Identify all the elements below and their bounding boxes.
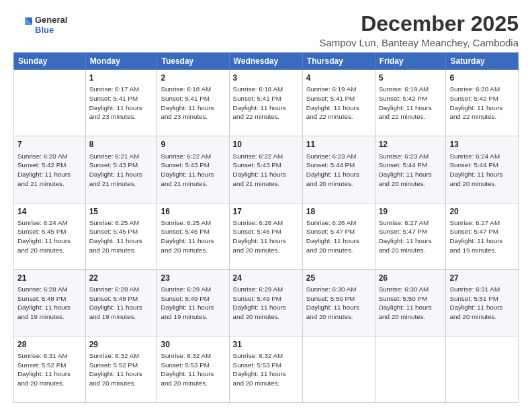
calendar-cell (14, 70, 86, 136)
day-info: Sunrise: 6:27 AM Sunset: 5:47 PM Dayligh… (449, 218, 515, 255)
calendar-cell (375, 336, 446, 402)
page: General Blue December 2025 Sampov Lun, B… (0, 0, 532, 411)
day-number: 21 (17, 273, 82, 283)
day-info: Sunrise: 6:19 AM Sunset: 5:41 PM Dayligh… (306, 85, 371, 122)
day-number: 3 (233, 73, 299, 83)
calendar-cell: 31Sunrise: 6:32 AM Sunset: 5:53 PM Dayli… (229, 336, 302, 402)
calendar-cell: 15Sunrise: 6:25 AM Sunset: 5:45 PM Dayli… (85, 203, 157, 269)
day-number: 20 (449, 206, 515, 217)
calendar-cell: 17Sunrise: 6:26 AM Sunset: 5:46 PM Dayli… (229, 203, 302, 269)
day-number: 13 (449, 139, 515, 150)
day-info: Sunrise: 6:24 AM Sunset: 5:45 PM Dayligh… (17, 218, 82, 255)
col-header-tuesday: Tuesday (157, 53, 229, 70)
title-block: December 2025 Sampov Lun, Banteay Meanch… (319, 12, 519, 48)
day-info: Sunrise: 6:18 AM Sunset: 5:41 PM Dayligh… (161, 85, 225, 122)
calendar-cell: 6Sunrise: 6:20 AM Sunset: 5:42 PM Daylig… (446, 70, 519, 136)
day-info: Sunrise: 6:28 AM Sunset: 5:48 PM Dayligh… (17, 285, 82, 322)
day-number: 7 (17, 139, 82, 150)
day-number: 28 (17, 339, 82, 350)
day-number: 30 (161, 339, 225, 350)
day-info: Sunrise: 6:19 AM Sunset: 5:42 PM Dayligh… (379, 85, 443, 122)
day-info: Sunrise: 6:30 AM Sunset: 5:50 PM Dayligh… (379, 285, 443, 322)
calendar-cell: 9Sunrise: 6:22 AM Sunset: 5:43 PM Daylig… (157, 136, 229, 203)
day-number: 12 (379, 139, 443, 150)
day-info: Sunrise: 6:22 AM Sunset: 5:43 PM Dayligh… (161, 152, 225, 189)
calendar-cell: 13Sunrise: 6:24 AM Sunset: 5:44 PM Dayli… (446, 136, 519, 203)
day-info: Sunrise: 6:26 AM Sunset: 5:47 PM Dayligh… (306, 218, 371, 255)
calendar-cell: 28Sunrise: 6:31 AM Sunset: 5:52 PM Dayli… (14, 336, 86, 402)
day-info: Sunrise: 6:17 AM Sunset: 5:41 PM Dayligh… (89, 85, 154, 122)
calendar-cell: 20Sunrise: 6:27 AM Sunset: 5:47 PM Dayli… (446, 203, 519, 269)
day-number: 4 (306, 73, 371, 83)
calendar-cell: 1Sunrise: 6:17 AM Sunset: 5:41 PM Daylig… (85, 70, 157, 136)
day-info: Sunrise: 6:25 AM Sunset: 5:46 PM Dayligh… (161, 218, 225, 255)
calendar-cell (302, 336, 375, 402)
day-number: 16 (161, 206, 225, 217)
day-number: 25 (306, 273, 371, 283)
logo: General Blue (13, 15, 67, 35)
day-info: Sunrise: 6:26 AM Sunset: 5:46 PM Dayligh… (233, 218, 299, 255)
day-number: 23 (161, 273, 225, 283)
day-info: Sunrise: 6:23 AM Sunset: 5:44 PM Dayligh… (379, 152, 443, 189)
calendar-week-4: 21Sunrise: 6:28 AM Sunset: 5:48 PM Dayli… (14, 269, 519, 336)
day-info: Sunrise: 6:25 AM Sunset: 5:45 PM Dayligh… (89, 218, 154, 255)
day-number: 2 (161, 73, 225, 83)
day-number: 9 (161, 139, 225, 150)
day-number: 5 (379, 73, 443, 83)
calendar-cell: 12Sunrise: 6:23 AM Sunset: 5:44 PM Dayli… (375, 136, 446, 203)
day-info: Sunrise: 6:28 AM Sunset: 5:48 PM Dayligh… (89, 285, 154, 322)
day-info: Sunrise: 6:27 AM Sunset: 5:47 PM Dayligh… (379, 218, 443, 255)
day-number: 27 (449, 273, 515, 283)
calendar-cell: 3Sunrise: 6:18 AM Sunset: 5:41 PM Daylig… (229, 70, 302, 136)
calendar-week-3: 14Sunrise: 6:24 AM Sunset: 5:45 PM Dayli… (14, 203, 519, 269)
day-info: Sunrise: 6:20 AM Sunset: 5:42 PM Dayligh… (17, 152, 82, 189)
calendar-cell: 5Sunrise: 6:19 AM Sunset: 5:42 PM Daylig… (375, 70, 446, 136)
calendar-cell: 2Sunrise: 6:18 AM Sunset: 5:41 PM Daylig… (157, 70, 229, 136)
calendar-cell: 4Sunrise: 6:19 AM Sunset: 5:41 PM Daylig… (302, 70, 375, 136)
day-number: 31 (233, 339, 299, 350)
main-title: December 2025 (319, 12, 519, 36)
calendar-week-5: 28Sunrise: 6:31 AM Sunset: 5:52 PM Dayli… (14, 336, 519, 402)
day-info: Sunrise: 6:32 AM Sunset: 5:52 PM Dayligh… (89, 351, 154, 388)
day-number: 22 (89, 273, 154, 283)
calendar-header-row: SundayMondayTuesdayWednesdayThursdayFrid… (14, 53, 519, 70)
logo-text: General Blue (35, 15, 67, 35)
day-info: Sunrise: 6:18 AM Sunset: 5:41 PM Dayligh… (233, 85, 299, 122)
day-info: Sunrise: 6:29 AM Sunset: 5:49 PM Dayligh… (233, 285, 299, 322)
day-info: Sunrise: 6:24 AM Sunset: 5:44 PM Dayligh… (449, 152, 515, 189)
calendar-cell: 23Sunrise: 6:29 AM Sunset: 5:49 PM Dayli… (157, 269, 229, 336)
col-header-monday: Monday (85, 53, 157, 70)
day-number: 24 (233, 273, 299, 283)
calendar-cell: 14Sunrise: 6:24 AM Sunset: 5:45 PM Dayli… (14, 203, 86, 269)
day-info: Sunrise: 6:30 AM Sunset: 5:50 PM Dayligh… (306, 285, 371, 322)
calendar-cell: 21Sunrise: 6:28 AM Sunset: 5:48 PM Dayli… (14, 269, 86, 336)
calendar-cell: 18Sunrise: 6:26 AM Sunset: 5:47 PM Dayli… (302, 203, 375, 269)
day-info: Sunrise: 6:20 AM Sunset: 5:42 PM Dayligh… (449, 85, 515, 122)
calendar-week-1: 1Sunrise: 6:17 AM Sunset: 5:41 PM Daylig… (14, 70, 519, 136)
day-number: 11 (306, 139, 371, 150)
calendar-cell: 30Sunrise: 6:32 AM Sunset: 5:53 PM Dayli… (157, 336, 229, 402)
col-header-friday: Friday (375, 53, 446, 70)
calendar-cell: 26Sunrise: 6:30 AM Sunset: 5:50 PM Dayli… (375, 269, 446, 336)
day-number: 10 (233, 139, 299, 150)
calendar-cell: 7Sunrise: 6:20 AM Sunset: 5:42 PM Daylig… (14, 136, 86, 203)
day-info: Sunrise: 6:31 AM Sunset: 5:51 PM Dayligh… (449, 285, 515, 322)
day-info: Sunrise: 6:21 AM Sunset: 5:43 PM Dayligh… (89, 152, 154, 189)
day-number: 1 (89, 73, 154, 83)
day-number: 26 (379, 273, 443, 283)
calendar-cell (446, 336, 519, 402)
day-number: 17 (233, 206, 299, 217)
col-header-wednesday: Wednesday (229, 53, 302, 70)
col-header-sunday: Sunday (14, 53, 86, 70)
day-info: Sunrise: 6:32 AM Sunset: 5:53 PM Dayligh… (161, 351, 225, 388)
day-info: Sunrise: 6:31 AM Sunset: 5:52 PM Dayligh… (17, 351, 82, 388)
calendar-cell: 22Sunrise: 6:28 AM Sunset: 5:48 PM Dayli… (85, 269, 157, 336)
calendar-table: SundayMondayTuesdayWednesdayThursdayFrid… (13, 52, 519, 403)
col-header-thursday: Thursday (302, 53, 375, 70)
calendar-cell: 24Sunrise: 6:29 AM Sunset: 5:49 PM Dayli… (229, 269, 302, 336)
day-info: Sunrise: 6:32 AM Sunset: 5:53 PM Dayligh… (233, 351, 299, 388)
day-info: Sunrise: 6:22 AM Sunset: 5:43 PM Dayligh… (233, 152, 299, 189)
day-number: 19 (379, 206, 443, 217)
calendar-week-2: 7Sunrise: 6:20 AM Sunset: 5:42 PM Daylig… (14, 136, 519, 203)
calendar-cell: 25Sunrise: 6:30 AM Sunset: 5:50 PM Dayli… (302, 269, 375, 336)
